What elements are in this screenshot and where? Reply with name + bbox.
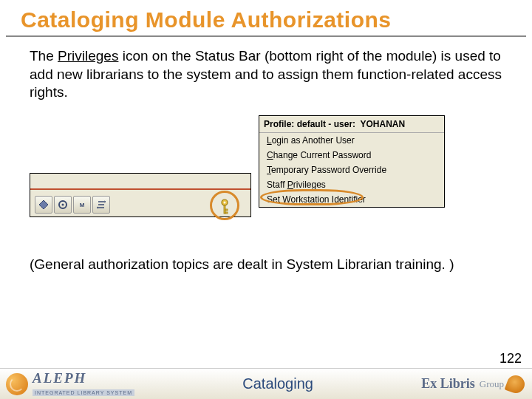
svg-point-4	[224, 202, 226, 204]
aleph-logo-text: ALEPH	[33, 371, 134, 385]
svg-point-2	[62, 204, 64, 206]
intro-prefix: The	[30, 48, 58, 64]
intro-underlined-word: Privileges	[58, 48, 118, 64]
menu-header: Profile: default - user: YOHANAN	[259, 116, 444, 133]
footer-left-logo: ALEPH INTEGRATED LIBRARY SYSTEM	[0, 371, 134, 397]
exlibris-sub: Group	[480, 378, 504, 390]
statusbar-divider	[30, 188, 250, 190]
svg-rect-7	[225, 212, 228, 214]
exlibris-logo-text: Ex Libris	[421, 376, 475, 392]
menu-item-label: ogin as Another User	[272, 135, 355, 146]
menu-item-login-another[interactable]: Login as Another User	[259, 133, 444, 148]
key-icon[interactable]	[213, 195, 236, 219]
menu-item-temp-override[interactable]: Temporary Password Override	[259, 163, 444, 177]
menu-item-label: hange Current Password	[273, 150, 372, 160]
screenshot-diagram: M Profile: default - user: YOHANAN Login…	[30, 115, 502, 248]
intro-paragraph: The Privileges icon on the Status Bar (b…	[0, 37, 532, 108]
page-number: 122	[499, 351, 522, 366]
footer-right-logo: Ex Libris Group	[421, 375, 532, 393]
svg-rect-6	[225, 209, 228, 211]
menu-item-staff-privileges[interactable]: Staff Privileges	[259, 177, 444, 192]
menu-item-label: emporary Password Override	[271, 165, 386, 175]
footer-center-label: Cataloging	[134, 375, 421, 392]
aleph-subtitle: INTEGRATED LIBRARY SYSTEM	[33, 389, 134, 396]
menu-profile-value: default	[297, 119, 326, 129]
menu-item-workstation-id[interactable]: Set Workstation Identifier	[259, 192, 444, 207]
menu-user-value: YOHANAN	[361, 119, 406, 129]
exlibris-swoosh-icon	[505, 372, 528, 395]
statusbar-icon-row: M	[35, 196, 110, 214]
slide-title: Cataloging Module Authorizations	[21, 7, 511, 33]
direction-icon[interactable]	[35, 196, 52, 214]
gear-icon[interactable]	[54, 196, 72, 214]
menu-item-change-password[interactable]: Change Current Password	[259, 148, 444, 163]
footer-bar: ALEPH INTEGRATED LIBRARY SYSTEM Catalogi…	[0, 368, 532, 399]
reorder-icon[interactable]	[92, 196, 110, 214]
svg-marker-0	[39, 200, 48, 209]
marc-icon[interactable]: M	[73, 196, 91, 214]
lower-note: (General authorization topics are dealt …	[0, 248, 532, 274]
menu-user-label: user:	[334, 119, 355, 129]
globe-icon	[6, 373, 28, 395]
privileges-menu: Profile: default - user: YOHANAN Login a…	[259, 115, 445, 208]
menu-profile-label: Profile:	[264, 119, 294, 129]
